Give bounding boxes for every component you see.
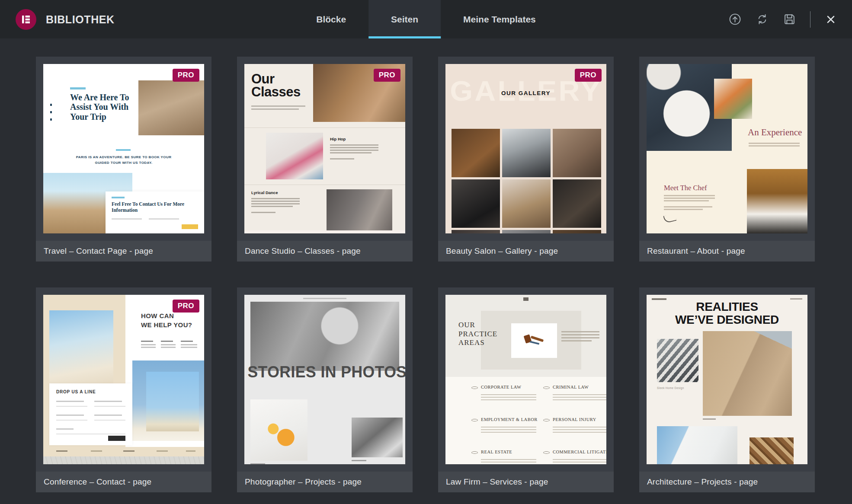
thumb-tagline: PARIS IS AN ADVENTURE. BE SURE TO BOOK Y…	[71, 155, 176, 166]
thumb-form-heading: DROP US A LINE	[56, 389, 96, 394]
thumb-class-name: Hip Hop	[330, 137, 346, 141]
thumb-practice-area: CORPORATE LAW	[481, 385, 546, 400]
save-template-icon[interactable]	[783, 13, 796, 26]
thumb-practice-area: CRIMINAL LAW	[553, 385, 606, 400]
pro-badge: PRO	[173, 300, 199, 313]
thumb-photo	[750, 437, 794, 464]
thumb-heading: OUR PRACTICE AREAS	[458, 321, 508, 348]
library-header: BIBLIOTHEK Blöcke Seiten Meine Templates	[0, 0, 852, 38]
thumb-heading-line1: HOW CAN	[141, 312, 174, 319]
thumb-heading-line1: REALITIES	[696, 300, 758, 313]
thumb-panel-heading: Feel Free To Contact Us For More Informa…	[112, 201, 189, 214]
thumb-practice-area: EMPLOYMENT & LABOR	[481, 417, 546, 433]
library-tabs: Blöcke Seiten Meine Templates	[294, 0, 558, 38]
thumb-heading-line2: WE HELP YOU?	[141, 321, 192, 329]
thumb-heading: OUR GALLERY	[445, 90, 606, 96]
thumb-photo	[553, 129, 601, 177]
template-card-travel-contact[interactable]: We Are Here To Assist You With Your Trip…	[36, 57, 211, 262]
template-card-photographer-projects[interactable]: STORIES IN PHOTOS Photographer – Project…	[237, 287, 413, 492]
thumb-photo	[452, 179, 500, 228]
thumb-photo	[49, 310, 113, 388]
template-thumbnail[interactable]: STORIES IN PHOTOS	[244, 295, 405, 464]
template-card-architecture-projects[interactable]: REALITIES WE’VE DESIGNED Sleek Home Desi…	[639, 287, 815, 492]
thumb-signature	[663, 213, 677, 223]
thumb-practice-area: COMMERCIAL LITIGATION	[553, 450, 606, 463]
thumb-contact-panel: Feel Free To Contact Us For More Informa…	[106, 191, 204, 233]
thumb-caption: Sleek Home Design	[657, 386, 684, 389]
thumb-photo	[657, 426, 737, 464]
template-thumbnail[interactable]: We Are Here To Assist You With Your Trip…	[43, 64, 204, 233]
thumb-heading: We Are Here To Assist You With Your Trip	[70, 93, 139, 121]
thumb-heading: Meet The Chef	[664, 184, 729, 192]
elementor-logo-icon	[16, 9, 36, 30]
thumb-map	[43, 456, 204, 464]
thumb-heading: HOW CAN WE HELP YOU?	[141, 311, 197, 329]
thumb-decoration	[116, 149, 131, 151]
thumb-photo	[266, 133, 323, 179]
tab-seiten[interactable]: Seiten	[368, 0, 441, 38]
thumb-photo	[452, 129, 500, 177]
template-card-restaurant-about[interactable]: An Experience Meet The Chef Restaurant –…	[639, 57, 815, 262]
thumb-photo	[250, 302, 399, 371]
pro-badge: PRO	[173, 69, 199, 82]
thumb-practice-area: REAL ESTATE	[481, 450, 546, 463]
page-title: BIBLIOTHEK	[46, 13, 115, 26]
header-divider	[810, 11, 810, 28]
thumb-photo	[657, 339, 698, 382]
tab-bloecke[interactable]: Blöcke	[294, 0, 368, 38]
template-thumbnail[interactable]: GALLERY OUR GALLERY	[445, 64, 606, 233]
thumb-gavel-photo	[511, 323, 557, 358]
thumb-photo	[138, 80, 204, 135]
template-card-lawfirm-services[interactable]: OUR PRACTICE AREAS CORPORATE LAW CRIMINA…	[438, 287, 614, 492]
thumb-button	[182, 224, 198, 229]
thumb-heading-line2: WE’VE DESIGNED	[675, 313, 779, 326]
template-title: Architecture – Projects - page	[639, 472, 815, 492]
template-title: Beauty Salon – Gallery - page	[438, 241, 614, 262]
template-title: Travel – Contact Page - page	[36, 241, 211, 262]
template-thumbnail[interactable]: HOW CAN WE HELP YOU? DROP US A LINE	[43, 295, 204, 464]
upload-template-icon[interactable]	[728, 13, 742, 26]
thumb-photo	[352, 418, 403, 457]
template-thumbnail[interactable]: REALITIES WE’VE DESIGNED Sleek Home Desi…	[647, 295, 807, 464]
thumb-button	[108, 436, 125, 441]
thumb-practice-area: PERSONAL INJURY	[553, 417, 606, 433]
thumb-photo	[553, 179, 601, 228]
tab-meine-templates[interactable]: Meine Templates	[441, 0, 558, 38]
thumb-heading: Our Classes	[251, 73, 312, 99]
thumb-photo	[327, 189, 392, 231]
pro-badge: PRO	[374, 69, 400, 82]
template-title: Photographer – Projects - page	[237, 472, 413, 492]
thumb-photo	[714, 79, 752, 119]
template-title: Restaurant – About - page	[639, 241, 815, 262]
thumb-class-name: Lyrical Dance	[251, 190, 278, 195]
sync-library-icon[interactable]	[756, 13, 769, 26]
thumb-heading: An Experience	[748, 128, 806, 137]
thumb-photo	[553, 230, 601, 233]
template-title: Conference – Contact - page	[36, 472, 211, 492]
thumb-photo	[250, 399, 307, 461]
template-title: Dance Studio – Classes - page	[237, 241, 413, 262]
thumb-photo-grid	[452, 129, 600, 233]
header-actions	[728, 0, 837, 38]
thumb-photo	[502, 179, 551, 228]
close-icon[interactable]	[824, 13, 837, 26]
thumb-heading: REALITIES WE’VE DESIGNED	[647, 300, 807, 326]
thumb-photo	[502, 230, 551, 233]
template-card-dance-classes[interactable]: Our Classes Hip Hop Lyrical Dance PRO Da…	[237, 57, 413, 262]
pro-badge: PRO	[575, 69, 602, 82]
template-thumbnail[interactable]: An Experience Meet The Chef	[647, 64, 807, 233]
thumb-decoration	[50, 104, 52, 123]
thumb-logo	[523, 297, 528, 301]
thumb-photo	[146, 372, 199, 431]
thumb-decoration	[70, 87, 86, 89]
thumb-photo	[703, 331, 792, 416]
template-grid: We Are Here To Assist You With Your Trip…	[36, 57, 815, 492]
thumb-photo	[502, 129, 551, 177]
thumb-contact-form: DROP US A LINE	[49, 383, 132, 445]
template-thumbnail[interactable]: Our Classes Hip Hop Lyrical Dance	[244, 64, 405, 233]
template-card-conference-contact[interactable]: HOW CAN WE HELP YOU? DROP US A LINE P	[36, 287, 211, 492]
template-thumbnail[interactable]: OUR PRACTICE AREAS CORPORATE LAW CRIMINA…	[445, 295, 606, 464]
thumb-photo	[452, 230, 500, 233]
thumb-logo	[652, 298, 666, 300]
template-card-beauty-gallery[interactable]: GALLERY OUR GALLERY PRO Beauty Salon – G…	[438, 57, 614, 262]
